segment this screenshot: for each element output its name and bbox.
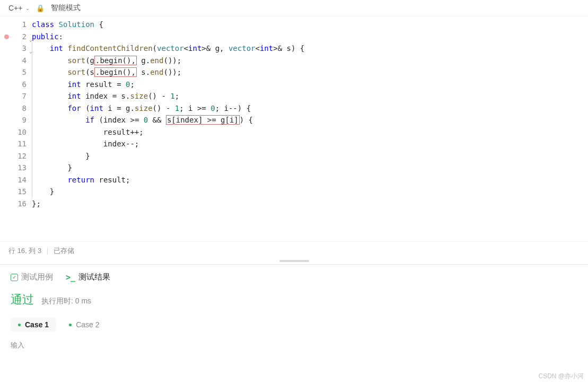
watermark: CSDN @亦小河 [538, 372, 584, 381]
result-summary: 通过 执行用时: 0 ms [11, 289, 577, 317]
line-number: 1 [0, 19, 27, 31]
line-number: 9 [0, 114, 27, 126]
code-line[interactable]: result++; [32, 126, 588, 138]
line-number: 3⌄ [0, 42, 27, 55]
breakpoint-icon[interactable] [4, 34, 9, 39]
code-line[interactable]: for (int i = g.size() - 1; i >= 0; i--) … [32, 102, 588, 115]
results-panel: ✓ 测试用例 >_ 测试结果 通过 执行用时: 0 ms Case 1 Case… [0, 260, 588, 352]
results-tabs: ✓ 测试用例 >_ 测试结果 [11, 270, 577, 289]
editor-topbar: C++ ⌄ 🔒 智能模式 [0, 0, 588, 16]
status-dot-icon [18, 324, 21, 326]
code-line[interactable]: int result = 0; [32, 79, 588, 91]
line-number: 2⌄ [0, 31, 27, 43]
tab-result[interactable]: >_ 测试结果 [66, 272, 110, 282]
line-gutter: 12⌄3⌄45678910111213141516 [0, 19, 32, 210]
line-number: 10 [0, 126, 27, 138]
line-number: 4 [0, 55, 27, 67]
lock-icon: 🔒 [36, 4, 45, 12]
line-number: 8 [0, 102, 27, 115]
test-cases: Case 1 Case 2 [11, 317, 577, 332]
line-number: 5 [0, 66, 27, 79]
tab-testcase[interactable]: ✓ 测试用例 [11, 272, 53, 282]
code-area[interactable]: class Solution {public: int findContentC… [32, 19, 588, 210]
code-line[interactable]: if (index >= 0 && s[index] >= g[i]) { [32, 114, 588, 126]
line-number: 13 [0, 162, 27, 174]
status-dot-icon [69, 324, 72, 326]
line-number: 6 [0, 79, 27, 91]
row-label: 行 [8, 247, 15, 255]
line-number: 7 [0, 90, 27, 102]
code-line[interactable]: } [32, 186, 588, 198]
saved-label: 已存储 [54, 247, 74, 255]
input-section-label: 输入 [11, 332, 577, 352]
code-line[interactable]: } [32, 150, 588, 162]
mode-label: 智能模式 [51, 3, 81, 13]
prompt-icon: >_ [66, 273, 75, 282]
check-icon: ✓ [11, 274, 18, 281]
line-number: 16 [0, 198, 27, 210]
line-number: 11 [0, 138, 27, 150]
runtime-label: 执行用时: 0 ms [41, 297, 91, 306]
language-label: C++ [8, 4, 22, 12]
chevron-down-icon: ⌄ [25, 5, 30, 11]
code-line[interactable]: } [32, 162, 588, 174]
code-line[interactable]: sort(g.begin(), g.end()); [32, 55, 588, 67]
code-line[interactable]: return result; [32, 174, 588, 186]
line-number: 12 [0, 150, 27, 162]
resize-handle[interactable] [279, 260, 309, 262]
code-line[interactable]: sort(s.begin(), s.end()); [32, 66, 588, 79]
case-2[interactable]: Case 2 [64, 317, 104, 332]
pass-badge: 通过 [11, 292, 34, 308]
line-number: 15 [0, 186, 27, 198]
col-label: 列 [29, 247, 36, 255]
code-editor[interactable]: 12⌄3⌄45678910111213141516 class Solution… [0, 16, 588, 210]
case-1[interactable]: Case 1 [11, 317, 56, 332]
line-number: 14 [0, 174, 27, 186]
code-line[interactable]: int index = s.size() - 1; [32, 90, 588, 102]
status-bar: 行 16, 列 3 | 已存储 [0, 241, 588, 260]
code-line[interactable]: index--; [32, 138, 588, 150]
code-line[interactable]: int findContentChildren(vector<int>& g, … [32, 42, 588, 55]
code-line[interactable]: }; [32, 198, 588, 210]
code-line[interactable]: class Solution { [32, 19, 588, 31]
language-selector[interactable]: C++ ⌄ [8, 4, 30, 12]
code-line[interactable]: public: [32, 31, 588, 43]
